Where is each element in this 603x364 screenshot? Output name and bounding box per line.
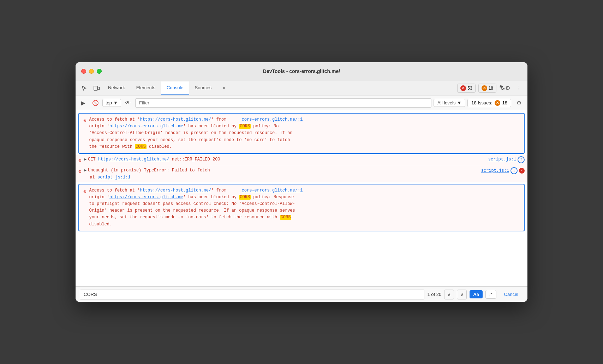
origin-link-2[interactable]: https://cors-errors.glitch.me [109,195,183,200]
script-link-3[interactable]: script.js:1 [481,168,509,174]
tab-bar: Network Elements Console Sources » ✕ 53 … [76,80,527,96]
devtools-body: Network Elements Console Sources » ✕ 53 … [76,80,527,302]
cors-host-link-1[interactable]: https://cors-host.glitch.me/ [140,117,211,122]
cors-host-link-2[interactable]: https://cors-host.glitch.me/ [140,188,211,193]
tabs: Network Elements Console Sources » [102,81,457,95]
levels-chevron-icon: ▼ [457,100,461,105]
window-title: DevTools - cors-errors.glitch.me/ [263,68,340,74]
tab-bar-right: ✕ 53 ✕ 18 ⚙ ⋮ [457,83,525,94]
cors-badge-2: CORS [135,144,147,149]
console-row-4: ⊗ Access to fetch at 'https://cors-host.… [78,184,525,231]
console-row-3: ⊗ ▶Uncaught (in promise) TypeError: Fail… [76,166,527,182]
top-chevron-icon: ▼ [113,100,118,105]
script-link-3-inline[interactable]: script.js:1:1 [97,175,131,180]
maximize-button[interactable] [97,69,102,74]
search-input[interactable] [80,290,424,299]
cancel-btn[interactable]: Cancel [499,290,523,298]
row2-right: script.js:1 ↑ [483,156,525,163]
issues-badge[interactable]: 18 Issues: ✕ 18 [467,99,511,107]
row3-right: script.js:1 ↓ ✕ [476,167,525,174]
tab-console[interactable]: Console [161,81,189,95]
close-icon-3[interactable]: ✕ [519,168,525,174]
svg-rect-1 [98,87,100,90]
cursor-icon-btn[interactable] [78,83,90,94]
console-message-1: Access to fetch at 'https://cors-host.gl… [89,116,520,150]
get-link[interactable]: https://cors-host.glitch.me/ [98,157,169,162]
top-select[interactable]: top ▼ [102,99,121,107]
tab-sources[interactable]: Sources [189,81,217,95]
cors-badge-1: CORS [239,124,251,129]
levels-select[interactable]: All levels ▼ [434,99,465,107]
levels-label: All levels [437,100,455,105]
source-link-1[interactable]: cors-errors.glitch.me/:1 [242,117,303,122]
run-icon[interactable]: ▶ [78,98,88,108]
settings-icon-btn[interactable]: ⚙ [499,83,511,94]
error-icon-3: ⊗ [78,168,81,176]
console-row-2: ⊗ ▶GET https://cors-host.glitch.me/ net:… [76,155,527,166]
more-options-icon-btn[interactable]: ⋮ [513,83,525,94]
error-icon-1: ⊗ [83,117,86,125]
svg-rect-0 [94,86,97,90]
console-content: ⊗ Access to fetch at 'https://cors-host.… [76,110,527,286]
warning-count-badge[interactable]: ✕ 18 [478,84,496,93]
tab-elements[interactable]: Elements [131,81,161,95]
search-count: 1 of 20 [427,292,441,297]
search-next-btn[interactable]: ∨ [457,290,467,299]
minimize-button[interactable] [89,69,94,74]
error-icon-4: ⊗ [83,188,86,196]
warning-icon-orange: ✕ [482,85,487,91]
cors-badge-3: CORS [239,195,251,200]
console-message-3: ▶Uncaught (in promise) TypeError: Failed… [84,167,475,181]
script-link-2[interactable]: script.js:1 [488,156,516,163]
tab-bar-icons [78,83,102,94]
warning-count: 18 [489,86,493,91]
console-row-1: ⊗ Access to fetch at 'https://cors-host.… [78,113,525,154]
tab-more[interactable]: » [217,81,231,95]
download-icon-2[interactable]: ↑ [518,156,525,163]
download-icon-3a[interactable]: ↓ [511,167,518,174]
issues-label: 18 Issues: [471,100,492,105]
search-prev-btn[interactable]: ∧ [444,290,454,299]
error-icon-2: ⊗ [78,157,81,165]
top-label: top [106,100,112,105]
toolbar-settings-icon[interactable]: ⚙ [513,97,525,109]
error-count: 53 [467,86,472,91]
close-button[interactable] [81,69,86,74]
console-message-2: ▶GET https://cors-host.glitch.me/ net::E… [84,156,482,163]
filter-input[interactable] [135,98,431,108]
expand-arrow-3[interactable]: ▶ [84,168,86,172]
source-link-4[interactable]: cors-errors.glitch.me/:1 [242,188,303,193]
title-bar: DevTools - cors-errors.glitch.me/ [76,62,527,80]
expand-arrow-2[interactable]: ▶ [84,157,86,162]
origin-link-1[interactable]: https://cors-errors.glitch.me [109,124,183,129]
tab-network[interactable]: Network [102,81,131,95]
issues-icon: ✕ [495,100,500,106]
regex-btn[interactable]: .* [485,290,496,299]
search-bar: 1 of 20 ∧ ∨ Aa .* Cancel [76,286,527,302]
eye-icon[interactable]: 👁 [123,98,133,108]
match-case-btn[interactable]: Aa [470,290,483,298]
block-icon[interactable]: 🚫 [90,98,100,108]
devtools-window: DevTools - cors-errors.glitch.me/ N [76,62,527,302]
error-icon-red: ✕ [460,85,466,91]
cors-badge-4: CORS [280,215,292,220]
issues-count: 18 [502,100,507,105]
traffic-lights [81,69,102,74]
console-message-4: Access to fetch at 'https://cors-host.gl… [89,187,520,228]
toolbar: ▶ 🚫 top ▼ 👁 All levels ▼ 18 Issues: ✕ 18… [76,96,527,110]
error-count-badge[interactable]: ✕ 53 [457,84,475,93]
device-icon-btn[interactable] [91,83,102,94]
